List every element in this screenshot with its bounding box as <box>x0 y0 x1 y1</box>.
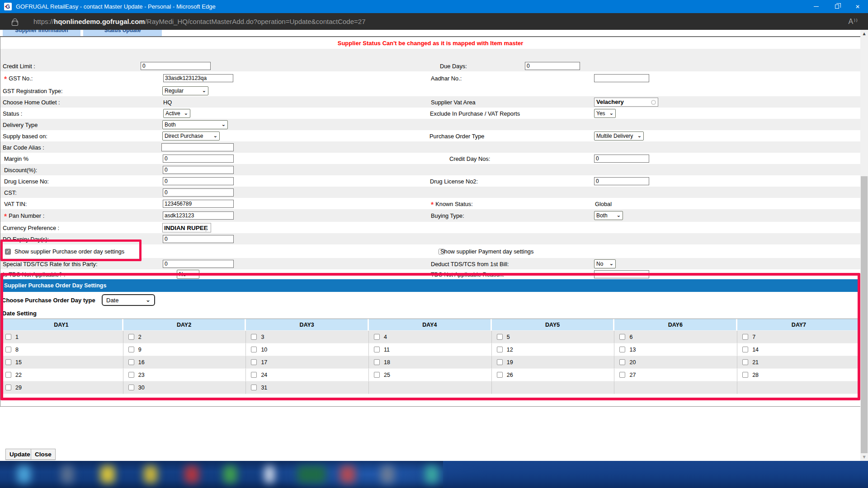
gst-reg-type-select[interactable]: Regular <box>162 86 208 95</box>
day-label: 31 <box>261 385 267 391</box>
day-checkbox[interactable] <box>497 359 503 365</box>
vertical-scrollbar[interactable] <box>860 30 868 461</box>
close-button[interactable]: Close <box>31 449 56 460</box>
day-checkbox[interactable] <box>251 359 257 365</box>
lock-icon <box>12 19 17 25</box>
day-checkbox[interactable] <box>128 359 134 365</box>
taskbar-icon[interactable] <box>297 466 326 483</box>
day-checkbox[interactable] <box>5 347 11 352</box>
purchase-order-type-select[interactable]: Multile Delivery <box>594 131 644 141</box>
taskbar-icon[interactable] <box>264 466 274 483</box>
taskbar-icon[interactable] <box>17 466 31 483</box>
restore-button[interactable] <box>826 0 847 13</box>
day-column-header: DAY4 <box>369 319 492 331</box>
cst-input[interactable]: 0 <box>163 188 234 197</box>
day-label: 18 <box>384 359 390 366</box>
day-checkbox[interactable] <box>251 334 257 340</box>
taskbar-icon[interactable] <box>61 466 74 483</box>
gst-no-input[interactable]: 33asdk123123qa <box>163 74 233 82</box>
day-checkbox[interactable] <box>128 347 134 352</box>
day-checkbox[interactable] <box>5 334 11 340</box>
scroll-down-arrow-icon[interactable] <box>860 453 868 461</box>
credit-day-nos-input[interactable]: 0 <box>594 155 649 163</box>
taskbar-icon[interactable] <box>184 466 199 483</box>
pan-number-input[interactable]: asdk123123 <box>163 211 234 220</box>
special-tds-input[interactable]: 0 <box>163 260 234 268</box>
tds-reason-input[interactable] <box>594 270 649 278</box>
day-checkbox[interactable] <box>742 359 748 365</box>
close-window-button[interactable] <box>847 0 868 13</box>
day-checkbox[interactable] <box>5 359 11 365</box>
po-day-type-select[interactable]: Date <box>102 294 155 306</box>
taskbar-icon[interactable] <box>425 466 439 483</box>
day-checkbox[interactable] <box>374 372 380 378</box>
taskbar-icon[interactable] <box>144 466 157 483</box>
url-host: hqonlinedemo.gofrugal.com <box>54 18 145 25</box>
taskbar-icon[interactable] <box>100 466 115 483</box>
margin-input[interactable]: 0 <box>163 155 234 163</box>
credit-limit-input[interactable]: 0 <box>141 62 211 70</box>
supplier-vat-area-lookup[interactable]: Velachery <box>594 98 658 107</box>
day-checkbox[interactable] <box>374 347 380 352</box>
day-checkbox[interactable] <box>251 372 257 378</box>
day-checkbox[interactable] <box>128 372 134 378</box>
drug-license2-input[interactable]: 0 <box>594 177 649 185</box>
day-checkbox[interactable] <box>128 385 134 390</box>
windows-taskbar[interactable] <box>0 461 868 488</box>
day-cell: 1 <box>0 331 123 343</box>
day-checkbox[interactable] <box>374 334 380 340</box>
discount-input[interactable]: 0 <box>163 166 234 174</box>
scrollbar-thumb[interactable] <box>861 176 868 453</box>
day-cell: 3 <box>246 331 369 343</box>
day-checkbox[interactable] <box>619 334 625 340</box>
delivery-type-select[interactable]: Both <box>162 120 228 129</box>
vat-tin-input[interactable]: 123456789 <box>163 200 234 208</box>
supply-based-on-select[interactable]: Direct Purchase <box>162 131 220 141</box>
scroll-up-arrow-icon[interactable] <box>860 30 868 38</box>
day-checkbox[interactable] <box>742 347 748 352</box>
day-label: 16 <box>138 359 145 366</box>
day-cell: 23 <box>123 369 246 381</box>
tab-supplier-information[interactable]: Supplier Information <box>3 30 80 36</box>
taskbar-icon[interactable] <box>223 466 237 483</box>
read-aloud-icon[interactable] <box>848 17 858 26</box>
day-checkbox[interactable] <box>251 347 257 352</box>
day-checkbox[interactable] <box>497 347 503 352</box>
day-checkbox[interactable] <box>619 372 625 378</box>
url-bar[interactable]: https://hqonlinedemo.gofrugal.com/RayMed… <box>0 13 868 30</box>
day-checkbox[interactable] <box>5 385 11 390</box>
buying-type-select[interactable]: Both <box>594 211 623 220</box>
day-checkbox[interactable] <box>497 372 503 378</box>
status-select[interactable]: Active <box>163 109 190 118</box>
aadhar-no-input[interactable] <box>594 74 649 82</box>
day-checkbox[interactable] <box>619 359 625 365</box>
due-days-input[interactable]: 0 <box>525 62 580 70</box>
day-checkbox[interactable] <box>497 334 503 340</box>
form-row-credit-limit: Credit Limit : 0 Due Days: 0 <box>0 60 860 71</box>
day-checkbox[interactable] <box>742 334 748 340</box>
day-checkbox[interactable] <box>374 359 380 365</box>
minimize-button[interactable] <box>806 0 826 13</box>
show-po-days-checkbox[interactable] <box>5 249 11 255</box>
exclude-purchase-select[interactable]: Yes <box>594 109 616 118</box>
vat-tin-label: VAT TIN: <box>4 200 27 207</box>
day-checkbox[interactable] <box>128 334 134 340</box>
day-checkbox[interactable] <box>5 372 11 378</box>
day-checkbox[interactable] <box>251 385 257 390</box>
is-tds-select[interactable]: No <box>177 270 199 279</box>
day-cell: 4 <box>369 331 492 343</box>
due-days-label: Due Days: <box>440 62 467 69</box>
bar-code-alias-input[interactable] <box>161 143 234 151</box>
po-expiry-input[interactable]: 0 <box>163 235 234 243</box>
deduct-tds-select[interactable]: No <box>594 259 616 268</box>
currency-preference-lookup[interactable]: INDIAN RUPEE <box>162 223 211 232</box>
lookup-circle-icon[interactable] <box>651 100 656 105</box>
update-button[interactable]: Update <box>5 449 34 460</box>
tab-status-update[interactable]: Status Update <box>83 30 162 36</box>
page-url[interactable]: https://hqonlinedemo.gofrugal.com/RayMed… <box>33 18 366 25</box>
day-checkbox[interactable] <box>742 372 748 378</box>
taskbar-icon[interactable] <box>381 466 394 483</box>
drug-license-input[interactable]: 0 <box>163 177 234 185</box>
day-checkbox[interactable] <box>619 347 625 352</box>
taskbar-icon[interactable] <box>340 466 355 483</box>
